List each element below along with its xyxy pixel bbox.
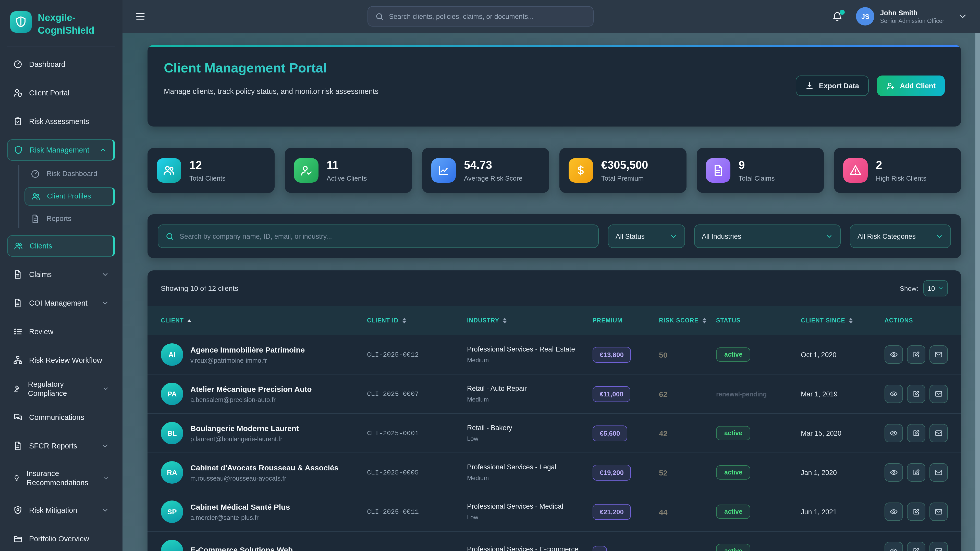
email-button[interactable] (929, 542, 948, 551)
client-filter-search[interactable] (158, 224, 599, 248)
add-client-button[interactable]: Add Client (877, 76, 945, 96)
edit-button[interactable] (907, 542, 925, 551)
sidebar-item-clients[interactable]: Clients (7, 235, 115, 257)
sidebar-item-risk-assessments[interactable]: Risk Assessments (7, 111, 115, 132)
view-button[interactable] (885, 503, 903, 521)
email-button[interactable] (929, 345, 948, 364)
industry-cell: Professional Services - E-commerce (467, 545, 593, 551)
stat-label: Average Risk Score (464, 175, 522, 182)
client-name-block: Boulangerie Moderne Laurentp.laurent@bou… (190, 424, 299, 443)
sidebar-item-review[interactable]: Review (7, 321, 115, 342)
sidebar-subitem-risk-dashboard[interactable]: Risk Dashboard (24, 165, 115, 183)
chevron-up-icon (99, 146, 107, 154)
mail-icon (935, 390, 943, 398)
status-cell: active (716, 348, 801, 362)
view-button[interactable] (885, 542, 903, 551)
column-header-risk-score[interactable]: Risk Score (659, 318, 716, 324)
global-search[interactable] (368, 6, 593, 27)
sort-icon (702, 318, 706, 323)
edit-button[interactable] (907, 503, 925, 521)
eye-icon (890, 468, 898, 476)
client-cell: E-Commerce Solutions Web (161, 540, 367, 551)
sidebar-item-coi-management[interactable]: COI Management (7, 292, 115, 314)
clients-table-card: Showing 10 of 12 clients Show: 10 Client… (148, 270, 961, 551)
table-row: AIAgence Immobilière Patrimoinev.roux@pa… (148, 335, 961, 374)
email-button[interactable] (929, 503, 948, 521)
edit-button[interactable] (907, 345, 925, 364)
edit-button[interactable] (907, 385, 925, 403)
menu-icon[interactable] (135, 11, 146, 22)
risk-score: 62 (659, 389, 716, 398)
eye-icon (890, 390, 898, 398)
actions-cell (885, 385, 948, 403)
user-menu-chevron-down-icon[interactable] (958, 11, 968, 21)
view-button[interactable] (885, 345, 903, 364)
sidebar-item-regulatory-compliance[interactable]: Regulatory Compliance (7, 378, 115, 400)
view-button[interactable] (885, 385, 903, 403)
client-name-block: Cabinet d'Avocats Rousseau & Associésm.r… (190, 463, 339, 482)
eye-icon (890, 508, 898, 516)
stat-card-total-clients: 12Total Clients (148, 148, 275, 193)
industry-cell: Retail - BakeryLow (467, 424, 593, 443)
column-header-client-since[interactable]: Client Since (801, 318, 885, 324)
page-scrollbar[interactable] (975, 33, 980, 551)
sidebar-item-dashboard[interactable]: Dashboard (7, 54, 115, 75)
users-icon (31, 192, 40, 201)
edit-button[interactable] (907, 424, 925, 442)
email-button[interactable] (929, 385, 948, 403)
sidebar-item-risk-review-workflow[interactable]: Risk Review Workflow (7, 349, 115, 371)
sidebar-item-risk-mitigation[interactable]: Risk Mitigation (7, 499, 115, 521)
risk-score: 42 (659, 429, 716, 437)
view-button[interactable] (885, 424, 903, 442)
stat-card-total-premium: €305,500Total Premium (559, 148, 687, 193)
page-size-select[interactable]: 10 (923, 280, 948, 297)
stat-card-active-clients: 11Active Clients (285, 148, 412, 193)
notifications-bell-icon[interactable] (832, 11, 843, 22)
sort-asc-icon (187, 319, 191, 322)
sidebar-item-risk-management[interactable]: Risk Management (7, 139, 115, 161)
sidebar-nav: DashboardClient PortalRisk AssessmentsRi… (7, 54, 115, 549)
client-management-app: Nexgile-CogniShield DashboardClient Port… (0, 0, 980, 551)
industry-tier: Low (467, 435, 593, 443)
sidebar-item-portfolio-overview[interactable]: Portfolio Overview (7, 528, 115, 549)
client-name-block: Cabinet Médical Santé Plusa.mercier@sant… (190, 502, 290, 521)
sidebar-item-claims[interactable]: Claims (7, 264, 115, 285)
stat-text: 9Total Claims (738, 159, 775, 182)
status-filter-select[interactable]: All Status (608, 224, 685, 248)
industry-cell: Professional Services - MedicalLow (467, 502, 593, 521)
stat-label: Total Clients (189, 175, 226, 182)
sidebar-subitem-client-profiles[interactable]: Client Profiles (24, 187, 115, 206)
email-button[interactable] (929, 463, 948, 482)
export-data-button[interactable]: Export Data (796, 76, 869, 96)
user-menu[interactable]: JS John Smith Senior Admission Officer (856, 7, 944, 25)
column-header-client-id[interactable]: Client ID (367, 318, 467, 324)
client-filter-search-input[interactable] (180, 232, 591, 240)
chevron-down-icon (103, 474, 109, 482)
edit-button[interactable] (907, 463, 925, 482)
table-row: RACabinet d'Avocats Rousseau & Associésm… (148, 453, 961, 492)
industry-filter-select[interactable]: All Industries (694, 224, 841, 248)
view-button[interactable] (885, 463, 903, 482)
brand-shield-icon (10, 11, 32, 33)
premium-badge: €13,800 (593, 347, 631, 362)
sidebar-item-sfcr-reports[interactable]: SFCR Reports (7, 435, 115, 457)
actions-cell (885, 542, 948, 551)
chevron-down-icon (101, 270, 109, 279)
sidebar-item-label: Review (29, 327, 109, 336)
search-icon (165, 232, 174, 241)
sidebar-item-communications[interactable]: Communications (7, 407, 115, 428)
column-header-client[interactable]: Client (161, 318, 367, 324)
column-header-industry[interactable]: Industry (467, 318, 593, 324)
file-icon (30, 214, 40, 224)
sidebar-item-insurance-recommendations[interactable]: Insurance Recommendations (7, 464, 115, 492)
mail-icon (935, 468, 943, 476)
sidebar-subitem-reports[interactable]: Reports (24, 210, 115, 228)
stat-label: Total Premium (601, 175, 648, 182)
column-header-label: Risk Score (659, 318, 698, 324)
risk-category-filter-select[interactable]: All Risk Categories (850, 224, 951, 248)
client-cell: AIAgence Immobilière Patrimoinev.roux@pa… (161, 343, 367, 366)
global-search-input[interactable] (389, 13, 586, 20)
email-button[interactable] (929, 424, 948, 442)
client-name: Cabinet Médical Santé Plus (190, 502, 290, 511)
sidebar-item-client-portal[interactable]: Client Portal (7, 82, 115, 103)
